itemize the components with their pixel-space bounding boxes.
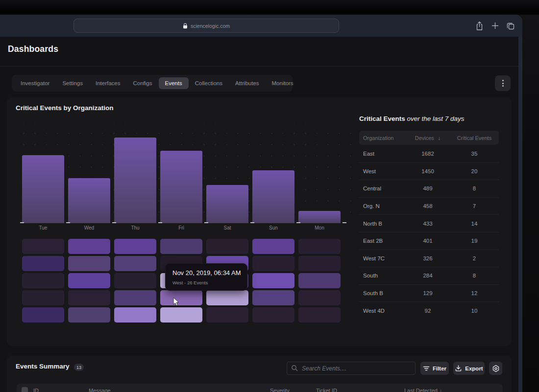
org-cell: West 7C: [363, 255, 406, 261]
column-header-organization[interactable]: Organization: [363, 135, 406, 141]
critical-events-cell: 14: [450, 221, 499, 227]
heatmap-cell[interactable]: [114, 256, 156, 271]
heatmap-cell[interactable]: [252, 307, 294, 323]
tab-events[interactable]: Events: [159, 77, 189, 89]
bar-sat[interactable]: [206, 185, 248, 223]
column-header-critical-events[interactable]: Critical Events: [450, 135, 499, 141]
heatmap-cell[interactable]: [252, 239, 294, 254]
devices-cell: 1682: [406, 151, 450, 157]
more-options-button[interactable]: [495, 75, 511, 91]
crit-table-body: East168235West145020Central4898Org. N458…: [359, 145, 499, 319]
heatmap-cell[interactable]: [252, 273, 294, 288]
devices-cell: 433: [406, 221, 450, 227]
events-table-header: IDMessageSeverityTicket IDLast Detected↓: [17, 384, 503, 392]
tab-investigator[interactable]: Investigator: [14, 77, 56, 89]
tab-monitors[interactable]: Monitors: [266, 77, 300, 89]
heatmap-cell[interactable]: [298, 239, 341, 254]
kebab-icon: [502, 80, 504, 81]
table-row[interactable]: Central4898: [359, 180, 499, 197]
bar-mon[interactable]: [298, 211, 341, 223]
heatmap-cell[interactable]: [206, 290, 248, 305]
column-header-last-detected[interactable]: Last Detected↓: [404, 388, 442, 392]
tab-interfaces[interactable]: Interfaces: [89, 77, 127, 89]
heatmap-cell[interactable]: [22, 239, 64, 254]
critical-events-cell: 10: [450, 308, 499, 314]
heatmap-cell[interactable]: [252, 256, 294, 271]
heatmap-cell[interactable]: [114, 239, 156, 254]
axis-tick: [20, 222, 24, 223]
critical-events-cell: 8: [450, 185, 499, 191]
table-row[interactable]: South B12912: [359, 284, 499, 302]
heatmap-cell[interactable]: [68, 256, 110, 271]
critical-events-cell: 12: [450, 290, 499, 296]
heatmap-cell[interactable]: [68, 307, 110, 323]
heatmap-cell[interactable]: [114, 307, 156, 323]
bar-tue[interactable]: [22, 155, 64, 223]
tab-configs[interactable]: Configs: [127, 77, 159, 89]
bar-fri[interactable]: [160, 151, 202, 223]
x-axis-label: Sat: [206, 225, 248, 231]
heatmap-cell[interactable]: [160, 290, 202, 305]
bar-wed[interactable]: [68, 178, 110, 223]
crit-table-title: Critical Events over the last 7 days: [359, 115, 465, 122]
new-tab-button[interactable]: [490, 21, 500, 31]
table-row[interactable]: East 2B40119: [359, 232, 499, 250]
bar-sun[interactable]: [252, 170, 294, 223]
heatmap-cell[interactable]: [68, 290, 110, 305]
column-header-message[interactable]: Message: [89, 388, 111, 392]
crit-table-header: OrganizationDevices↓Critical Events: [359, 131, 499, 145]
axis-tick: [204, 222, 208, 223]
tab-collections[interactable]: Collections: [189, 77, 229, 89]
x-axis-label: Tue: [22, 225, 64, 231]
column-header-label: Ticket ID: [316, 388, 337, 392]
tabs-overview-button[interactable]: [506, 21, 515, 31]
heatmap-cell[interactable]: [68, 239, 110, 254]
heatmap-cell[interactable]: [206, 239, 248, 254]
heatmap-cell[interactable]: [298, 273, 341, 288]
browser-chrome: sciencelogic.com: [0, 15, 522, 37]
table-row[interactable]: West 4D9210: [359, 301, 499, 319]
column-header-severity[interactable]: Severity: [270, 388, 290, 392]
heatmap-cell[interactable]: [22, 256, 64, 271]
column-header-devices[interactable]: Devices↓: [406, 135, 450, 141]
heatmap-cell[interactable]: [252, 290, 294, 305]
table-row[interactable]: North B43314: [359, 214, 499, 232]
select-all-checkbox[interactable]: [22, 387, 28, 392]
critical-events-cell: 19: [450, 238, 499, 244]
bar-thu[interactable]: [114, 138, 156, 223]
devices-cell: 401: [406, 238, 450, 244]
heatmap-cell[interactable]: [22, 290, 64, 305]
heatmap-cell[interactable]: [298, 290, 341, 305]
org-cell: South: [363, 273, 406, 278]
heatmap-cell[interactable]: [114, 290, 156, 305]
heatmap-cell[interactable]: [22, 307, 64, 323]
search-icon: [291, 365, 298, 371]
heatmap-cell[interactable]: [160, 307, 202, 323]
devices-cell: 1450: [406, 168, 450, 174]
table-row[interactable]: Org. N4587: [359, 197, 499, 215]
share-button[interactable]: [474, 21, 484, 31]
heatmap-cell[interactable]: [298, 256, 341, 271]
page: Dashboards InvestigatorSettingsInterface…: [0, 37, 518, 392]
table-row[interactable]: West 7C3262: [359, 250, 499, 267]
tab-attributes[interactable]: Attributes: [229, 77, 266, 89]
heatmap-cell[interactable]: [68, 273, 110, 288]
column-header-label: ID: [33, 388, 39, 392]
heatmap-cell[interactable]: [298, 307, 341, 323]
url-bar[interactable]: sciencelogic.com: [74, 19, 339, 33]
tab-settings[interactable]: Settings: [56, 77, 89, 89]
column-header-id[interactable]: ID: [33, 388, 39, 392]
search-input[interactable]: [287, 362, 416, 375]
table-row[interactable]: South2848: [359, 267, 499, 284]
heatmap-cell[interactable]: [206, 307, 248, 323]
column-header-ticket-id[interactable]: Ticket ID: [316, 388, 337, 392]
heatmap-cell[interactable]: [114, 273, 156, 288]
filter-button[interactable]: Filter: [420, 362, 449, 375]
heatmap-cell[interactable]: [22, 273, 64, 288]
table-row[interactable]: East168235: [359, 145, 499, 162]
settings-button[interactable]: [489, 362, 502, 375]
heatmap-cell[interactable]: [160, 239, 202, 254]
table-row[interactable]: West145020: [359, 162, 499, 180]
export-button[interactable]: Export: [453, 362, 485, 375]
browser-window: sciencelogic.com Dashboards Investigator…: [0, 15, 522, 392]
